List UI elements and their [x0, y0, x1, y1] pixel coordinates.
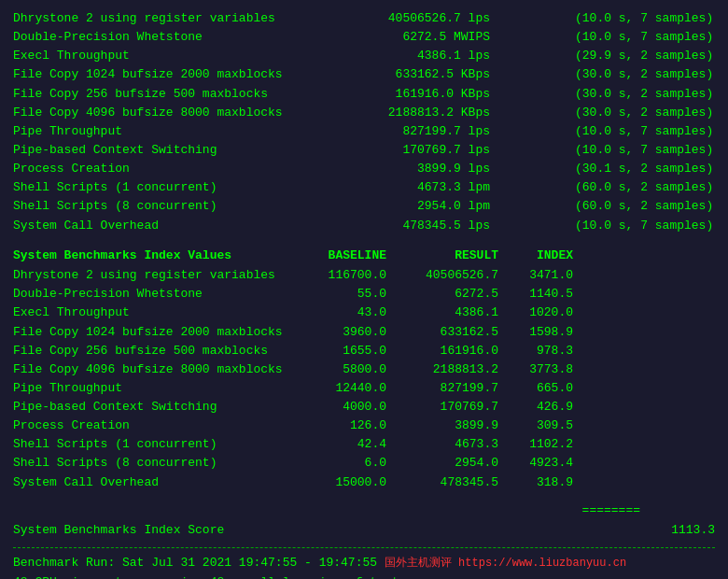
- index-row-label: Shell Scripts (1 concurrent): [13, 435, 293, 454]
- index-row: File Copy 1024 bufsize 2000 maxblocks 39…: [13, 323, 715, 342]
- footer-line1: Benchmark Run: Sat Jul 31 2021 19:47:55 …: [13, 554, 715, 572]
- benchmark-section: Dhrystone 2 using register variables 405…: [13, 9, 715, 235]
- benchmark-value: 4386.1 lps: [369, 47, 490, 65]
- index-row-index: 318.9: [498, 473, 573, 492]
- benchmark-row: System Call Overhead 478345.5 lps (10.0 …: [13, 217, 715, 235]
- index-row-label: Pipe Throughput: [13, 379, 293, 398]
- benchmark-value: 478345.5 lps: [369, 217, 490, 235]
- benchmark-label: Shell Scripts (8 concurrent): [13, 197, 293, 216]
- benchmark-row: Process Creation 3899.9 lps (30.1 s, 2 s…: [13, 160, 715, 178]
- benchmark-meta: (30.1 s, 2 samples): [566, 160, 715, 178]
- index-header-label: System Benchmarks Index Values: [13, 245, 293, 266]
- benchmark-row: File Copy 256 bufsize 500 maxblocks 1619…: [13, 85, 715, 104]
- benchmark-meta: (10.0 s, 7 samples): [566, 9, 715, 28]
- benchmark-value: 633162.5 KBps: [369, 65, 490, 84]
- index-row-label: Process Creation: [13, 417, 293, 435]
- score-row: System Benchmarks Index Score 1113.3: [13, 521, 715, 541]
- benchmark-row: Pipe Throughput 827199.7 lps (10.0 s, 7 …: [13, 122, 715, 141]
- index-row-label: System Call Overhead: [13, 473, 293, 492]
- index-row-result: 4673.3: [386, 435, 498, 454]
- index-row-base: 4000.0: [293, 398, 386, 417]
- index-row: Dhrystone 2 using register variables 116…: [13, 266, 715, 285]
- index-row-base: 3960.0: [293, 323, 386, 342]
- index-header-base: BASELINE: [293, 245, 386, 266]
- index-row-index: 978.3: [498, 342, 573, 360]
- benchmark-label: Dhrystone 2 using register variables: [13, 9, 293, 28]
- index-row-label: File Copy 256 bufsize 500 maxblocks: [13, 342, 293, 360]
- benchmark-value: 827199.7 lps: [369, 122, 490, 141]
- index-row-label: Double-Precision Whetstone: [13, 285, 293, 304]
- index-row-result: 2188813.2: [386, 360, 498, 379]
- index-section: System Benchmarks Index Values BASELINE …: [13, 245, 715, 492]
- benchmark-value: 3899.9 lps: [369, 160, 490, 178]
- index-row-base: 15000.0: [293, 473, 386, 492]
- index-row: System Call Overhead 15000.0 478345.5 31…: [13, 473, 715, 492]
- index-row-index: 309.5: [498, 417, 573, 435]
- score-label: System Benchmarks Index Score: [13, 521, 293, 541]
- score-value: 1113.3: [640, 521, 715, 541]
- index-row-base: 12440.0: [293, 379, 386, 398]
- benchmark-meta: (29.9 s, 2 samples): [566, 47, 715, 65]
- benchmark-row: Dhrystone 2 using register variables 405…: [13, 9, 715, 28]
- benchmark-meta: (30.0 s, 2 samples): [566, 65, 715, 84]
- index-row-result: 633162.5: [386, 323, 498, 342]
- benchmark-value: 170769.7 lps: [369, 141, 490, 160]
- index-row-result: 4386.1: [386, 304, 498, 322]
- benchmark-meta: (60.0 s, 2 samples): [566, 197, 715, 216]
- benchmark-row: File Copy 4096 bufsize 8000 maxblocks 21…: [13, 104, 715, 122]
- index-row-result: 478345.5: [386, 473, 498, 492]
- benchmark-value: 6272.5 MWIPS: [369, 28, 490, 47]
- index-header-index: INDEX: [498, 245, 573, 266]
- index-row-base: 55.0: [293, 285, 386, 304]
- index-row-base: 42.4: [293, 435, 386, 454]
- benchmark-value: 40506526.7 lps: [369, 9, 490, 28]
- index-row-base: 116700.0: [293, 266, 386, 285]
- benchmark-value: 2954.0 lpm: [369, 197, 490, 216]
- equals-divider: ========: [13, 501, 715, 521]
- index-row: File Copy 4096 bufsize 8000 maxblocks 58…: [13, 360, 715, 379]
- footer-section: Benchmark Run: Sat Jul 31 2021 19:47:55 …: [13, 547, 715, 579]
- index-row: File Copy 256 bufsize 500 maxblocks 1655…: [13, 342, 715, 360]
- index-row-result: 2954.0: [386, 454, 498, 473]
- index-row: Pipe Throughput 12440.0 827199.7 665.0: [13, 379, 715, 398]
- index-row-result: 40506526.7: [386, 266, 498, 285]
- index-row: Shell Scripts (8 concurrent) 6.0 2954.0 …: [13, 454, 715, 473]
- index-row-label: Pipe-based Context Switching: [13, 398, 293, 417]
- index-row: Execl Throughput 43.0 4386.1 1020.0: [13, 304, 715, 322]
- benchmark-meta: (10.0 s, 7 samples): [566, 141, 715, 160]
- index-row-label: Shell Scripts (8 concurrent): [13, 454, 293, 473]
- index-row-index: 665.0: [498, 379, 573, 398]
- index-row-index: 4923.4: [498, 454, 573, 473]
- benchmark-meta: (30.0 s, 2 samples): [566, 85, 715, 104]
- benchmark-meta: (30.0 s, 2 samples): [566, 104, 715, 122]
- score-section: ======== System Benchmarks Index Score 1…: [13, 501, 715, 541]
- benchmark-value: 2188813.2 KBps: [369, 104, 490, 122]
- index-row-index: 1140.5: [498, 285, 573, 304]
- index-row-base: 126.0: [293, 417, 386, 435]
- benchmark-label: Pipe-based Context Switching: [13, 141, 293, 160]
- index-row-result: 6272.5: [386, 285, 498, 304]
- index-row-index: 426.9: [498, 398, 573, 417]
- benchmark-label: Double-Precision Whetstone: [13, 28, 293, 47]
- index-row-index: 1102.2: [498, 435, 573, 454]
- benchmark-row: Shell Scripts (8 concurrent) 2954.0 lpm …: [13, 197, 715, 216]
- benchmark-row: Double-Precision Whetstone 6272.5 MWIPS …: [13, 28, 715, 47]
- benchmark-row: Execl Throughput 4386.1 lps (29.9 s, 2 s…: [13, 47, 715, 65]
- index-row-result: 170769.7: [386, 398, 498, 417]
- benchmark-label: File Copy 1024 bufsize 2000 maxblocks: [13, 65, 293, 84]
- index-row-base: 1655.0: [293, 342, 386, 360]
- index-row-base: 5800.0: [293, 360, 386, 379]
- index-header-result: RESULT: [386, 245, 498, 266]
- benchmark-label: Shell Scripts (1 concurrent): [13, 178, 293, 197]
- benchmark-label: Pipe Throughput: [13, 122, 293, 141]
- index-row-label: File Copy 1024 bufsize 2000 maxblocks: [13, 323, 293, 342]
- index-row: Pipe-based Context Switching 4000.0 1707…: [13, 398, 715, 417]
- index-row-label: Dhrystone 2 using register variables: [13, 266, 293, 285]
- benchmark-value: 4673.3 lpm: [369, 178, 490, 197]
- index-row-base: 6.0: [293, 454, 386, 473]
- benchmark-label: System Call Overhead: [13, 217, 293, 235]
- benchmark-meta: (10.0 s, 7 samples): [566, 28, 715, 47]
- benchmark-label: Execl Throughput: [13, 47, 293, 65]
- benchmark-row: File Copy 1024 bufsize 2000 maxblocks 63…: [13, 65, 715, 84]
- index-row-label: Execl Throughput: [13, 304, 293, 322]
